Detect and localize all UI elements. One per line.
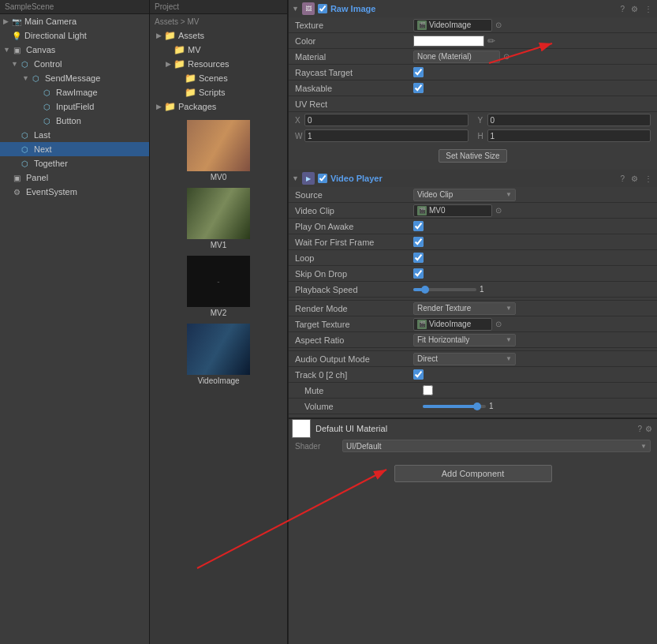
hierarchy-item-main-camera[interactable]: ▶ 📷 Main Camera [0, 14, 149, 28]
hierarchy-item-inputfield[interactable]: ⬡ InputField [0, 99, 149, 114]
hierarchy-item-rawimage[interactable]: ⬡ RawImage [0, 85, 149, 99]
waitforfirst-checkbox[interactable] [413, 237, 424, 247]
shader-value-text: UI/Default [346, 442, 381, 451]
playbackspeed-label: Playback Speed [295, 285, 413, 294]
color-picker-icon[interactable]: ✏ [487, 36, 495, 47]
breadcrumb-text: Assets > MV [155, 17, 199, 26]
folder-label: MV [188, 45, 201, 54]
hierarchy-label: Panel [26, 173, 48, 182]
targettexture-ref-icon: 🎬 [417, 320, 427, 329]
material-header: Default UI Material ? ⚙ [289, 419, 657, 438]
uvrect-w-input[interactable]: 1 [304, 129, 468, 142]
asset-videoimage[interactable]: VideoImage [187, 324, 250, 385]
mute-value [423, 385, 651, 395]
mute-row: Mute [289, 383, 657, 399]
folder-resources[interactable]: ▶ 📁 Resources [150, 57, 287, 71]
loop-checkbox[interactable] [413, 253, 424, 263]
uvrect-x-field: X 0 [295, 114, 468, 126]
material-picker-icon[interactable]: ⊙ [503, 52, 510, 61]
hierarchy-item-together[interactable]: ⬡ Together [0, 156, 149, 170]
material-help-button[interactable]: ? [636, 424, 644, 434]
hierarchy-item-panel[interactable]: ▣ Panel [0, 170, 149, 185]
folder-label: Resources [188, 59, 230, 69]
targettexture-objref[interactable]: 🎬 VideoImage [413, 318, 492, 331]
add-component-button[interactable]: Add Component [394, 465, 552, 482]
rendermode-dropdown[interactable]: Render Texture ▼ [413, 302, 516, 315]
hierarchy-item-next[interactable]: ⬡ Next [0, 142, 149, 156]
asset-mv0[interactable]: MV0 [187, 120, 250, 182]
source-value: Video Clip ▼ [413, 189, 651, 201]
settings-icon[interactable]: ⚙ [629, 174, 640, 184]
set-native-size-button[interactable]: Set Native Size [439, 149, 506, 163]
raycast-row: Raycast Target [289, 65, 657, 80]
uvrect-xy-row: X 0 Y 0 [289, 112, 657, 128]
shader-dropdown[interactable]: UI/Default ▼ [342, 440, 651, 452]
waitforfirst-label: Wait For First Frame [295, 238, 413, 247]
settings-icon[interactable]: ⚙ [629, 4, 640, 14]
project-breadcrumb: Assets > MV [150, 14, 287, 28]
videoplayer-section-header[interactable]: ▼ ▶ Video Player ? ⚙ ⋮ [289, 170, 657, 187]
videoplayer-enabled-checkbox[interactable] [318, 174, 327, 183]
audiooutput-value-text: Direct [417, 354, 438, 363]
volume-track[interactable] [423, 405, 486, 408]
maskable-value [413, 83, 651, 93]
playbackspeed-track[interactable] [413, 288, 476, 291]
uvrect-h-input[interactable]: 1 [487, 129, 651, 142]
texture-picker-icon[interactable]: ⊙ [495, 21, 502, 29]
arrow-icon: ▼ [11, 60, 19, 68]
hierarchy-item-sendmessage[interactable]: ▼ ⬡ SendMessage [0, 71, 149, 85]
playbackspeed-number: 1 [480, 285, 495, 294]
folder-scenes[interactable]: 📁 Scenes [150, 71, 287, 85]
hierarchy-item-eventsystem[interactable]: ⚙ EventSystem [0, 185, 149, 199]
h-label: H [478, 132, 486, 140]
folder-scripts[interactable]: 📁 Scripts [150, 85, 287, 99]
aspectratio-dropdown[interactable]: Fit Horizontally ▼ [413, 334, 516, 346]
playonawake-checkbox[interactable] [413, 221, 424, 231]
uvrect-y-input[interactable]: 0 [487, 114, 651, 126]
hierarchy-item-canvas[interactable]: ▼ ▣ Canvas [0, 43, 149, 57]
videoplayer-title: Video Player [330, 174, 619, 183]
dropdown-arrow-icon: ▼ [640, 443, 647, 450]
skipondrop-checkbox[interactable] [413, 268, 424, 279]
raycast-checkbox[interactable] [413, 67, 424, 77]
menu-icon[interactable]: ⋮ [643, 4, 654, 14]
targettexture-picker-icon[interactable]: ⊙ [495, 320, 502, 328]
material-dropdown[interactable]: None (Material) [413, 51, 500, 63]
maskable-checkbox[interactable] [413, 83, 424, 93]
hierarchy-item-control[interactable]: ▼ ⬡ Control [0, 57, 149, 71]
rawimage-enabled-checkbox[interactable] [318, 4, 327, 13]
asset-mv1[interactable]: MV1 [187, 188, 250, 249]
panel-icon: ▣ [11, 172, 22, 183]
videoclip-ref-icon: 🎬 [417, 206, 427, 215]
track-value [413, 369, 651, 380]
track-checkbox[interactable] [413, 369, 424, 380]
waitforfirst-row: Wait For First Frame [289, 234, 657, 250]
material-settings-icon[interactable]: ⚙ [644, 424, 654, 434]
mute-checkbox[interactable] [423, 385, 433, 395]
texture-objref[interactable]: 🎬 VideoImage [413, 19, 492, 32]
texture-ref-name: VideoImage [429, 21, 471, 29]
uvrect-x-value: 0 [308, 116, 312, 125]
folder-packages[interactable]: ▶ 📁 Packages [150, 99, 287, 114]
material-value-text: None (Material) [417, 52, 472, 61]
menu-icon[interactable]: ⋮ [643, 174, 654, 184]
help-button[interactable]: ? [618, 174, 626, 184]
texture-value: 🎬 VideoImage ⊙ [413, 19, 651, 32]
folder-assets[interactable]: ▶ 📁 Assets [150, 28, 287, 43]
audiooutput-dropdown[interactable]: Direct ▼ [413, 353, 516, 365]
videoclip-objref[interactable]: 🎬 MV0 [413, 204, 492, 217]
color-value: ✏ [413, 36, 651, 47]
rendermode-label: Render Mode [295, 304, 413, 313]
hierarchy-item-last[interactable]: ⬡ Last [0, 128, 149, 142]
asset-label: MV2 [211, 309, 227, 317]
folder-mv[interactable]: 📁 MV [150, 43, 287, 57]
hierarchy-item-button[interactable]: ⬡ Button [0, 114, 149, 128]
rawimage-section-header[interactable]: ▼ 🖼 Raw Image ? ⚙ ⋮ [289, 0, 657, 17]
hierarchy-item-directional-light[interactable]: 💡 Directional Light [0, 28, 149, 43]
color-swatch[interactable] [413, 36, 484, 47]
videoclip-picker-icon[interactable]: ⊙ [495, 206, 502, 215]
uvrect-x-input[interactable]: 0 [304, 114, 468, 126]
help-button[interactable]: ? [618, 4, 626, 14]
source-dropdown[interactable]: Video Clip ▼ [413, 189, 516, 201]
asset-mv2[interactable]: - MV2 [187, 256, 250, 317]
